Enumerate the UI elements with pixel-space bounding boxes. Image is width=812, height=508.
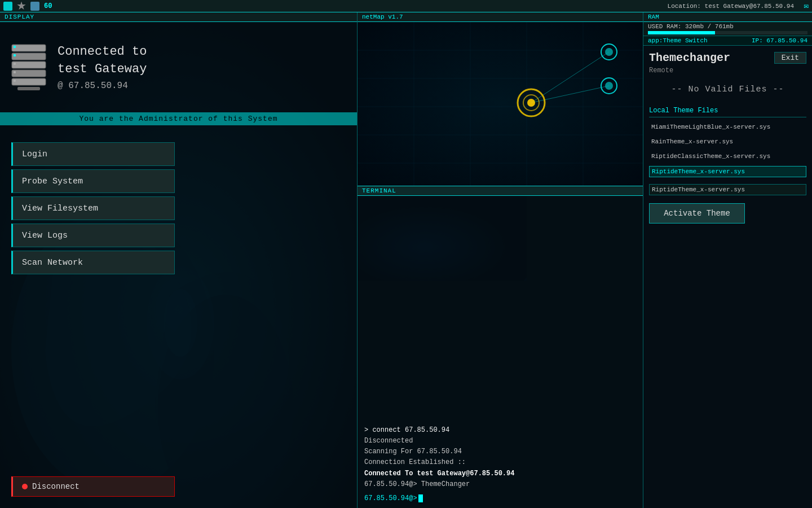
svg-rect-16 bbox=[358, 22, 643, 186]
right-panel: RAM USED RAM: 320mb / 761mb app:Theme Sw… bbox=[643, 12, 812, 508]
app-icon bbox=[3, 2, 12, 11]
save-icon bbox=[30, 2, 39, 11]
svg-rect-8 bbox=[14, 54, 16, 56]
disconnect-indicator bbox=[22, 484, 28, 489]
terminal-background bbox=[358, 196, 527, 281]
svg-rect-7 bbox=[12, 53, 46, 60]
connected-label: Connected to bbox=[58, 45, 147, 59]
display-header: DISPLAY bbox=[0, 12, 357, 22]
connection-text: Connected to test Gateway @ 67.85.50.94 bbox=[58, 43, 147, 91]
terminal-input-line[interactable]: 67.85.50.94@> bbox=[364, 494, 636, 502]
theme-file-1[interactable]: RainTheme_x-server.sys bbox=[649, 137, 806, 147]
app-ip: IP: 67.85.50.94 bbox=[752, 37, 807, 44]
terminal-cursor bbox=[418, 494, 423, 502]
svg-rect-15 bbox=[17, 87, 40, 90]
connection-info: Connected to test Gateway @ 67.85.50.94 bbox=[0, 22, 357, 112]
svg-rect-6 bbox=[14, 46, 16, 48]
terminal-line: Scanning For 67.85.50.94 bbox=[364, 446, 636, 457]
svg-rect-14 bbox=[14, 80, 16, 82]
gateway-ip: @ 67.85.50.94 bbox=[58, 81, 147, 91]
gear-icon bbox=[17, 2, 26, 11]
terminal-header: TERMINAL bbox=[358, 186, 643, 196]
scan-network-button[interactable]: Scan Network bbox=[11, 251, 175, 274]
netmap-area bbox=[358, 22, 643, 186]
display-label: DISPLAY bbox=[5, 14, 34, 20]
gateway-name: test Gateway bbox=[58, 62, 147, 76]
terminal-line: Connection Established :: bbox=[364, 457, 636, 468]
terminal-line: Disconnected bbox=[364, 436, 636, 446]
app-row: app:Theme Switch IP: 67.85.50.94 bbox=[643, 36, 812, 46]
timer-counter: 60 bbox=[44, 2, 52, 10]
svg-rect-9 bbox=[12, 62, 46, 68]
view-filesystem-button[interactable]: View Filesystem bbox=[11, 196, 175, 220]
svg-rect-10 bbox=[14, 63, 16, 65]
topbar: 60 Location: test Gateway@67.85.50.94 ✉ bbox=[0, 0, 812, 12]
svg-point-34 bbox=[527, 99, 535, 107]
exit-button[interactable]: Exit bbox=[774, 52, 806, 64]
theme-file-3[interactable]: RiptideTheme_x-server.sys bbox=[649, 166, 806, 177]
svg-rect-12 bbox=[14, 71, 16, 73]
ram-label: USED RAM: 320mb / 761mb bbox=[648, 23, 807, 30]
themechanger-title-row: Themechanger Exit bbox=[649, 51, 806, 64]
remote-label: Remote bbox=[649, 67, 806, 75]
theme-file-0[interactable]: MiamiThemeLightBlue_x-server.sys bbox=[649, 122, 806, 132]
activate-theme-button[interactable]: Activate Theme bbox=[649, 203, 745, 224]
terminal-line: > connect 67.85.50.94 bbox=[364, 425, 636, 436]
netmap-background bbox=[358, 22, 643, 186]
main-layout: DISPLAY Connected to test Ga bbox=[0, 12, 812, 508]
ram-bar-fill bbox=[648, 31, 715, 34]
svg-rect-13 bbox=[12, 78, 46, 85]
svg-point-29 bbox=[605, 48, 613, 56]
mail-icon[interactable]: ✉ bbox=[804, 1, 809, 11]
disconnect-button[interactable]: Disconnect bbox=[11, 476, 175, 497]
location-label: Location: test Gateway@67.85.50.94 bbox=[668, 3, 794, 10]
no-valid-files-label: -- No Valid Files -- bbox=[649, 85, 806, 94]
local-theme-label: Local Theme Files bbox=[649, 107, 806, 117]
app-label: app:Theme Switch bbox=[648, 37, 708, 44]
themechanger-panel: Themechanger Exit Remote -- No Valid Fil… bbox=[643, 46, 812, 508]
ram-bar-row: USED RAM: 320mb / 761mb bbox=[643, 22, 812, 36]
terminal-line: Connected To test Gateway@67.85.50.94 bbox=[364, 468, 636, 479]
svg-point-31 bbox=[605, 82, 613, 90]
terminal-area[interactable]: > connect 67.85.50.94 Disconnected Scann… bbox=[358, 196, 643, 508]
svg-rect-11 bbox=[12, 70, 46, 77]
center-panel: netMap v1.7 bbox=[358, 12, 643, 508]
server-icon bbox=[9, 42, 48, 93]
theme-file-2[interactable]: RiptideClassicTheme_x-server.sys bbox=[649, 151, 806, 161]
terminal-prompt: 67.85.50.94@> bbox=[364, 494, 417, 502]
svg-rect-5 bbox=[12, 45, 46, 51]
themechanger-title: Themechanger bbox=[649, 51, 730, 64]
login-button[interactable]: Login bbox=[11, 142, 175, 166]
selected-theme-display: RiptideTheme_x-server.sys bbox=[649, 184, 806, 195]
svg-rect-35 bbox=[358, 196, 527, 281]
ram-bar-container bbox=[648, 31, 807, 34]
disconnect-label: Disconnect bbox=[32, 482, 80, 491]
ram-header: RAM bbox=[643, 12, 812, 22]
left-panel: DISPLAY Connected to test Ga bbox=[0, 12, 358, 508]
probe-system-button[interactable]: Probe System bbox=[11, 169, 175, 193]
view-logs-button[interactable]: View Logs bbox=[11, 224, 175, 247]
menu-area: Login Probe System View Filesystem View … bbox=[0, 125, 357, 476]
netmap-header: netMap v1.7 bbox=[358, 12, 643, 22]
terminal-output: > connect 67.85.50.94 Disconnected Scann… bbox=[364, 425, 636, 490]
terminal-line: 67.85.50.94@> ThemeChanger bbox=[364, 479, 636, 490]
